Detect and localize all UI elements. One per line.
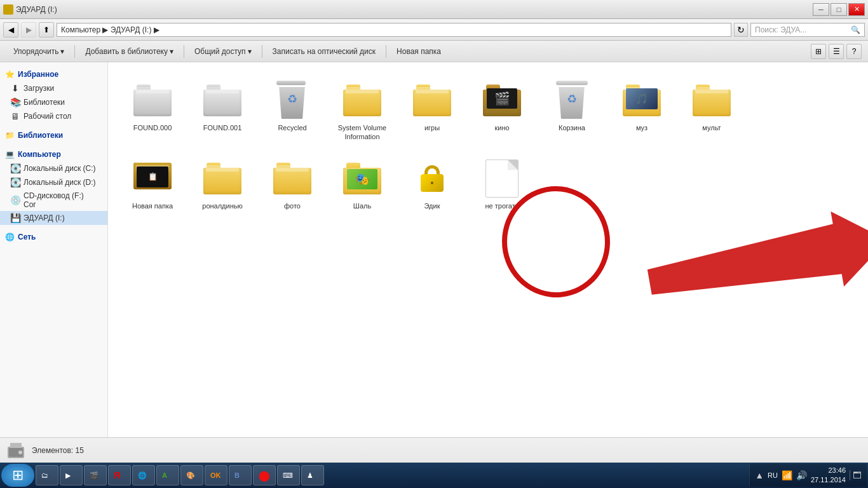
desktop-icon: 🖥	[10, 111, 20, 121]
libraries-header[interactable]: 📁 Библиотеки	[0, 128, 107, 142]
sidebar-item-drive-i[interactable]: 💾 ЭДУАРД (I:)	[0, 211, 107, 225]
taskbar-vk[interactable]: B	[229, 465, 252, 485]
refresh-button[interactable]: ↻	[734, 23, 748, 37]
new-folder-button[interactable]: Новая папка	[390, 43, 448, 60]
taskbar-keyboard[interactable]: ⌨	[277, 465, 300, 485]
file-item-ne-trogat[interactable]: не трогать	[470, 153, 534, 215]
drive-i-icon: 💾	[10, 213, 20, 223]
share-arrow: ▾	[248, 47, 252, 56]
tray-lang[interactable]: RU	[768, 471, 778, 479]
sidebar-item-drive-f[interactable]: 💿 CD-дисковод (F:) Cor	[0, 189, 107, 211]
maximize-button[interactable]: □	[831, 3, 847, 16]
organize-label: Упорядочить	[13, 47, 58, 56]
novayapapka-icon-wrap: 📋	[132, 158, 173, 199]
back-button[interactable]: ◀	[3, 22, 18, 37]
file-item-edik[interactable]: • Эдик	[400, 153, 464, 215]
korzina-icon: ♻	[555, 81, 590, 120]
minimize-button[interactable]: ─	[813, 3, 829, 16]
novayapapka-folder-icon: 📋	[133, 163, 172, 194]
taskbar-ok[interactable]: OK	[205, 465, 227, 485]
drive-c-icon: 💽	[10, 163, 20, 173]
show-desktop-icon[interactable]: 🗔	[850, 470, 862, 480]
tray-speaker-icon[interactable]: 🔊	[796, 470, 807, 480]
drive-d-label: Локальный диск (D:)	[24, 178, 96, 187]
file-item-ronaldinho[interactable]: роналдинью	[191, 153, 254, 215]
favorites-header[interactable]: ⭐ Избранное	[0, 67, 107, 81]
taskbar-chrome[interactable]: 🌐	[132, 465, 155, 485]
file-item-found000[interactable]: FOUND.000	[121, 75, 184, 147]
search-text: Поиск: ЭДУА...	[755, 25, 848, 34]
taskbar-yandex[interactable]: Я	[108, 465, 131, 485]
file-item-mult[interactable]: мульт	[680, 75, 743, 147]
tray-time[interactable]: 23:46 27.11.2014	[811, 466, 846, 485]
file-item-found001[interactable]: FOUND.001	[191, 75, 254, 147]
status-bar: Элементов: 15	[0, 437, 868, 463]
burn-button[interactable]: Записать на оптический диск	[266, 43, 383, 60]
help-button[interactable]: ?	[846, 44, 862, 59]
taskbar-app-a[interactable]: A	[156, 465, 179, 485]
file-item-recycled[interactable]: ♻ Recycled	[261, 75, 324, 147]
tray-expand-icon[interactable]: ▲	[755, 470, 764, 480]
search-icon[interactable]: 🔍	[851, 25, 860, 34]
address-path[interactable]: Компьютер ▶ ЭДУАРД (I:) ▶	[57, 23, 731, 37]
start-button[interactable]: ⊞	[1, 464, 34, 487]
forward-button[interactable]: ▶	[21, 22, 36, 37]
kino-label: кино	[494, 123, 509, 132]
file-item-sysvolinfo[interactable]: System Volume Information	[330, 75, 394, 147]
share-label: Общий доступ	[194, 47, 246, 56]
favorites-label: Избранное	[18, 70, 58, 79]
organize-arrow: ▾	[60, 47, 64, 56]
network-section: 🌐 Сеть	[0, 230, 107, 244]
close-button[interactable]: ✕	[848, 3, 865, 16]
add-library-label: Добавить в библиотеку	[85, 47, 168, 56]
novayapapka-label: Новая папка	[132, 201, 173, 210]
taskbar-explorer[interactable]: 🗂	[36, 465, 58, 485]
file-item-foto[interactable]: фото	[261, 153, 324, 215]
organize-button[interactable]: Упорядочить ▾	[6, 43, 71, 60]
view-details-button[interactable]: ☰	[829, 44, 844, 59]
explorer-icon: 🗂	[41, 471, 48, 479]
libraries-label: Библиотеки	[18, 131, 63, 140]
found000-folder-icon	[133, 85, 172, 116]
file-item-kino[interactable]: 🎬 кино	[470, 75, 534, 147]
file-item-igry[interactable]: игры	[400, 75, 464, 147]
taskbar-paint[interactable]: 🎨	[180, 465, 203, 485]
sidebar-item-desktop[interactable]: 🖥 Рабочий стол	[0, 109, 107, 123]
share-button[interactable]: Общий доступ ▾	[187, 43, 259, 60]
file-item-novayapapka[interactable]: 📋 Новая папка	[121, 153, 184, 215]
toolbar-separator-2	[184, 45, 184, 58]
taskbar-app2[interactable]: ⬤	[253, 465, 276, 485]
sidebar-item-drive-c[interactable]: 💽 Локальный диск (C:)	[0, 161, 107, 175]
foto-folder-icon	[273, 163, 311, 194]
toolbar-separator-4	[386, 45, 386, 58]
taskbar-media[interactable]: ▶	[60, 465, 83, 485]
lock-body: •	[421, 174, 444, 192]
favorites-section: ⭐ Избранное ⬇ Загрузки 📚 Библиотеки 🖥 Ра…	[0, 67, 107, 123]
up-button[interactable]: ⬆	[39, 22, 54, 37]
tray-network-icon[interactable]: 📶	[782, 470, 792, 480]
network-header[interactable]: 🌐 Сеть	[0, 230, 107, 244]
drive-f-icon: 💿	[10, 195, 20, 205]
file-item-shal[interactable]: 🎭 Шаль	[330, 153, 394, 215]
add-library-button[interactable]: Добавить в библиотеку ▾	[78, 43, 180, 60]
search-box[interactable]: Поиск: ЭДУА... 🔍	[750, 23, 865, 37]
taskbar-game[interactable]: ♟	[301, 465, 324, 485]
computer-header[interactable]: 💻 Компьютер	[0, 147, 107, 161]
file-item-muz[interactable]: 🎵 муз	[610, 75, 674, 147]
favorites-icon: ⭐	[5, 70, 15, 79]
sidebar-item-drive-d[interactable]: 💽 Локальный диск (D:)	[0, 175, 107, 189]
media-icon: ▶	[65, 471, 71, 480]
muz-icon-wrap: 🎵	[621, 80, 662, 121]
vk-icon: B	[234, 471, 240, 479]
drive-i-label: ЭДУАРД (I:)	[24, 214, 65, 222]
file-item-korzina[interactable]: ♻ Корзина	[540, 75, 604, 147]
desktop-label: Рабочий стол	[24, 112, 71, 121]
edik-label: Эдик	[424, 201, 440, 210]
found001-folder-icon	[203, 85, 241, 116]
sidebar-item-libraries[interactable]: 📚 Библиотеки	[0, 95, 107, 109]
shal-folder-icon: 🎭	[343, 163, 381, 194]
taskbar-video[interactable]: 🎬	[84, 465, 107, 485]
add-library-arrow: ▾	[170, 47, 173, 56]
view-icons-button[interactable]: ⊞	[811, 44, 826, 59]
sidebar-item-downloads[interactable]: ⬇ Загрузки	[0, 81, 107, 95]
